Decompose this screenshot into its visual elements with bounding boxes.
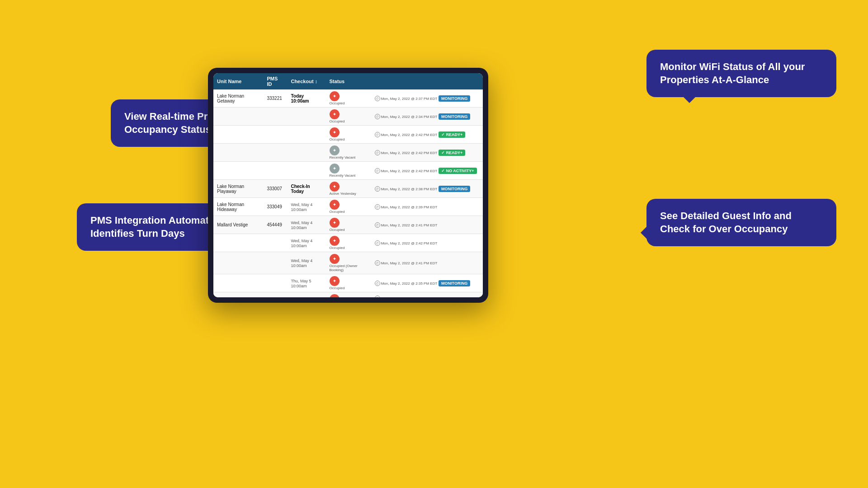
status-dot: ✦ (330, 276, 340, 286)
cell-pms-id (263, 108, 287, 126)
cell-unit-name: Lake Norman Getaway (213, 89, 263, 108)
cell-status: ✦Occupied (326, 216, 371, 234)
status-label: Occupied (330, 246, 368, 250)
cell-wifi: ⏱Mon, May 2, 2022 @ 2:38 PM EDT MONITORI… (371, 180, 483, 198)
cell-status: ✦Occupied (326, 292, 371, 298)
status-label: Occupied (330, 210, 368, 214)
tablet-screen: Unit Name PMS ID Checkout ↕ Status Lake … (213, 73, 483, 297)
cell-checkout: Check-inThu, May 5 (287, 292, 326, 298)
cell-pms-id (263, 144, 287, 162)
cell-pms-id (263, 126, 287, 144)
table-row[interactable]: Wed, May 410:00am✦Occupied (Owner Bookin… (213, 252, 483, 274)
status-label: Recently Vacant (330, 155, 368, 160)
status-dot: ✦ (330, 218, 340, 228)
cell-status: ✦Occupied (326, 89, 371, 108)
wifi-clock-icon: ⏱ (375, 132, 380, 137)
wifi-badge: MONITORING (439, 280, 470, 286)
status-label: Occupied (Owner Booking) (330, 264, 368, 272)
wifi-time: Mon, May 2, 2022 @ 2:41 PM EDT (381, 261, 438, 265)
wifi-time: Mon, May 2, 2022 @ 2:35 PM EDT (381, 282, 438, 286)
table-row[interactable]: Mallard Vestige454449Wed, May 410:00am✦O… (213, 216, 483, 234)
cell-pms-id (263, 234, 287, 252)
cell-wifi: ⏱Mon, May 2, 2022 @ 2:39 PM EDT (371, 198, 483, 216)
cell-unit-name (213, 108, 263, 126)
cell-status: ✦Recently Vacant (326, 162, 371, 180)
cell-pms-id: 333221 (263, 89, 287, 108)
table-row[interactable]: ✦Occupied⏱Mon, May 2, 2022 @ 2:42 PM EDT… (213, 126, 483, 144)
status-dot: ✦ (330, 200, 340, 210)
table-row[interactable]: Check-inThu, May 5✦Occupied⏱Mon, May 2, … (213, 292, 483, 298)
bubble-guest: See Detailed Guest Info and Check for Ov… (646, 199, 836, 246)
wifi-time: Mon, May 2, 2022 @ 2:42 PM EDT (381, 241, 438, 245)
status-label: Active Yesterday (330, 192, 368, 196)
cell-wifi: ⏱Mon, May 2, 2022 @ 2:42 PM EDT ✓ READY+ (371, 126, 483, 144)
status-dot: ✦ (330, 145, 340, 155)
cell-checkout: Wed, May 410:00am (287, 252, 326, 274)
wifi-clock-icon: ⏱ (375, 240, 380, 246)
cell-unit-name (213, 126, 263, 144)
cell-wifi: ⏱Mon, May 2, 2022 @ 2:41 PM EDT (371, 216, 483, 234)
wifi-time: Mon, May 2, 2022 @ 2:42 PM EDT (381, 133, 438, 137)
wifi-clock-icon: ⏱ (375, 150, 380, 155)
status-dot: ✦ (330, 127, 340, 137)
wifi-badge: ✓ READY+ (439, 150, 465, 156)
wifi-badge: MONITORING (439, 95, 470, 102)
wifi-clock-icon: ⏱ (375, 204, 380, 210)
tablet-device: Unit Name PMS ID Checkout ↕ Status Lake … (208, 68, 488, 303)
table-row[interactable]: Wed, May 410:00am✦Occupied⏱Mon, May 2, 2… (213, 234, 483, 252)
status-dot: ✦ (330, 294, 340, 297)
cell-checkout (287, 162, 326, 180)
wifi-clock-icon: ⏱ (375, 168, 380, 174)
table-row[interactable]: Lake Norman Playaway333007Check-In Today… (213, 180, 483, 198)
cell-unit-name: Lake Norman Playaway (213, 180, 263, 198)
cell-pms-id (263, 252, 287, 274)
table-header-row: Unit Name PMS ID Checkout ↕ Status (213, 73, 483, 89)
cell-unit-name (213, 144, 263, 162)
cell-checkout: Today10:00am (287, 89, 326, 108)
cell-pms-id (263, 162, 287, 180)
cell-pms-id (263, 292, 287, 298)
cell-pms-id: 333049 (263, 198, 287, 216)
cell-checkout: Thu, May 510:00am (287, 274, 326, 292)
wifi-time: Mon, May 2, 2022 @ 2:38 PM EDT (381, 187, 438, 191)
property-table: Unit Name PMS ID Checkout ↕ Status Lake … (213, 73, 483, 297)
cell-unit-name (213, 162, 263, 180)
table-row[interactable]: Thu, May 510:00am✦Occupied⏱Mon, May 2, 2… (213, 274, 483, 292)
wifi-time: Mon, May 2, 2022 @ 2:34 PM EDT (381, 115, 438, 119)
status-label: Occupied (330, 228, 368, 232)
status-label: Occupied (330, 119, 368, 123)
wifi-clock-icon: ⏱ (375, 281, 380, 286)
table-row[interactable]: ✦Recently Vacant⏱Mon, May 2, 2022 @ 2:42… (213, 162, 483, 180)
cell-unit-name (213, 292, 263, 298)
table-row[interactable]: ✦Recently Vacant⏱Mon, May 2, 2022 @ 2:42… (213, 144, 483, 162)
status-label: Occupied (330, 101, 368, 105)
cell-wifi: ⏱Mon, May 2, 2022 @ 2:41 PM EDT (371, 252, 483, 274)
cell-wifi: ⏱Mon, May 2, 2022 @ 2:41 PM EDT OWNER OC… (371, 292, 483, 298)
table-row[interactable]: Lake Norman Getaway333221Today10:00am✦Oc… (213, 89, 483, 108)
status-dot: ✦ (330, 254, 340, 264)
wifi-clock-icon: ⏱ (375, 96, 380, 101)
status-label: Occupied (330, 286, 368, 290)
col-status: Status (326, 73, 371, 89)
cell-pms-id (263, 274, 287, 292)
table-row[interactable]: ✦Occupied⏱Mon, May 2, 2022 @ 2:34 PM EDT… (213, 108, 483, 126)
wifi-badge: ✓ READY+ (439, 131, 465, 138)
table-scroll[interactable]: Unit Name PMS ID Checkout ↕ Status Lake … (213, 73, 483, 297)
col-pms-id: PMS ID (263, 73, 287, 89)
cell-checkout (287, 144, 326, 162)
cell-wifi: ⏱Mon, May 2, 2022 @ 2:37 PM EDT MONITORI… (371, 89, 483, 108)
wifi-time: Mon, May 2, 2022 @ 2:37 PM EDT (381, 97, 438, 101)
cell-checkout (287, 108, 326, 126)
wifi-time: Mon, May 2, 2022 @ 2:41 PM EDT (381, 296, 438, 298)
cell-status: ✦Occupied (326, 198, 371, 216)
wifi-clock-icon: ⏱ (375, 186, 380, 192)
cell-unit-name (213, 252, 263, 274)
cell-status: ✦Occupied (Owner Booking) (326, 252, 371, 274)
cell-unit-name: Mallard Vestige (213, 216, 263, 234)
wifi-time: Mon, May 2, 2022 @ 2:42 PM EDT (381, 151, 438, 155)
status-label: Recently Vacant (330, 174, 368, 178)
wifi-clock-icon: ⏱ (375, 114, 380, 119)
table-row[interactable]: Lake Norman Hideaway333049Wed, May 410:0… (213, 198, 483, 216)
status-dot: ✦ (330, 164, 340, 174)
cell-pms-id: 333007 (263, 180, 287, 198)
